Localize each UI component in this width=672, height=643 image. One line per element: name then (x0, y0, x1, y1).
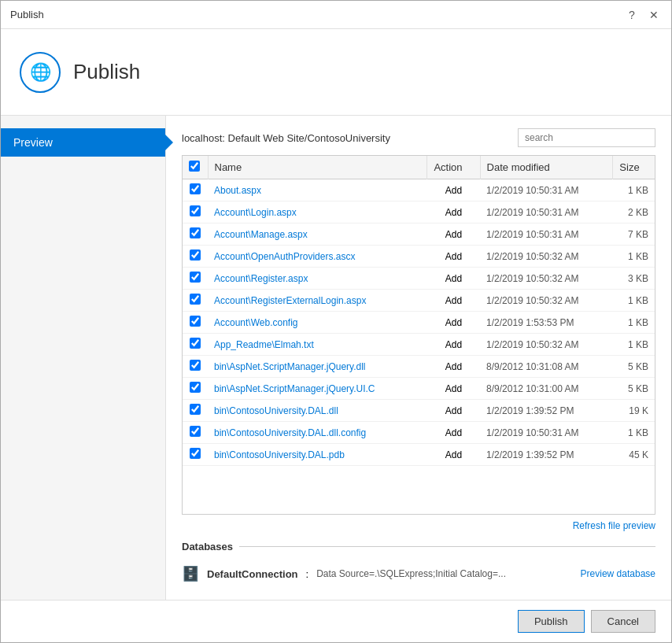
row-checkbox-cell (183, 422, 208, 444)
file-size: 5 KB (613, 378, 655, 400)
main-panel: localhost: Default Web Site/ContosoUnive… (166, 116, 671, 600)
header-checkbox-col (183, 156, 208, 179)
file-date: 1/2/2019 1:53:53 PM (480, 312, 613, 334)
row-checkbox-cell (183, 268, 208, 290)
row-checkbox-cell (183, 356, 208, 378)
search-input[interactable] (518, 128, 655, 147)
file-action: Add (427, 444, 480, 466)
file-action: Add (427, 312, 480, 334)
table-header-row: Name Action Date modified Size (183, 156, 655, 179)
file-checkbox-12[interactable] (190, 448, 201, 459)
file-table-body: About.aspx Add 1/2/2019 10:50:31 AM 1 KB… (183, 179, 655, 466)
file-checkbox-2[interactable] (190, 227, 201, 238)
sidebar-preview-label: Preview (13, 136, 53, 149)
header-action: Action (427, 156, 480, 179)
file-checkbox-1[interactable] (190, 205, 201, 216)
file-name: Account\Manage.aspx (208, 224, 427, 246)
help-button[interactable]: ? (624, 7, 640, 23)
select-all-checkbox[interactable] (189, 161, 200, 172)
file-table-wrapper: Name Action Date modified Size About.asp… (182, 155, 655, 515)
file-name: bin\ContosoUniversity.DAL.dll (208, 400, 427, 422)
dialog-title: Publish (10, 9, 44, 20)
content-area: Preview localhost: Default Web Site/Cont… (1, 116, 671, 600)
preview-database-link[interactable]: Preview database (581, 568, 655, 579)
file-name: bin\ContosoUniversity.DAL.pdb (208, 444, 427, 466)
table-row: About.aspx Add 1/2/2019 10:50:31 AM 1 KB (183, 179, 655, 201)
file-checkbox-11[interactable] (190, 426, 201, 437)
file-checkbox-8[interactable] (190, 360, 201, 371)
row-checkbox-cell (183, 312, 208, 334)
file-table: Name Action Date modified Size About.asp… (183, 156, 655, 466)
publish-button[interactable]: Publish (518, 610, 585, 633)
close-button[interactable]: ✕ (646, 7, 662, 23)
header-title: Publish (73, 60, 140, 84)
file-date: 1/2/2019 10:50:32 AM (480, 268, 613, 290)
db-connection-string: Data Source=.\SQLExpress;Initial Catalog… (316, 568, 506, 579)
file-name: Account\Web.config (208, 312, 427, 334)
file-size: 1 KB (613, 179, 655, 201)
location-text: localhost: Default Web Site/ContosoUnive… (182, 132, 390, 144)
file-name: bin\AspNet.ScriptManager.jQuery.dll (208, 356, 427, 378)
file-date: 1/2/2019 1:39:52 PM (480, 444, 613, 466)
refresh-file-preview-link[interactable]: Refresh file preview (573, 520, 655, 531)
file-action: Add (427, 224, 480, 246)
table-row: bin\ContosoUniversity.DAL.pdb Add 1/2/20… (183, 444, 655, 466)
database-row: 🗄️ DefaultConnection : Data Source=.\SQL… (182, 560, 655, 587)
table-row: Account\Web.config Add 1/2/2019 1:53:53 … (183, 312, 655, 334)
row-checkbox-cell (183, 444, 208, 466)
databases-title: Databases (182, 541, 655, 552)
file-action: Add (427, 334, 480, 356)
row-checkbox-cell (183, 334, 208, 356)
file-action: Add (427, 356, 480, 378)
sidebar-item-preview[interactable]: Preview (1, 128, 165, 157)
title-bar: Publish ? ✕ (1, 1, 671, 29)
file-action: Add (427, 422, 480, 444)
file-name: bin\AspNet.ScriptManager.jQuery.UI.C (208, 378, 427, 400)
file-checkbox-3[interactable] (190, 249, 201, 261)
file-name: Account\Register.aspx (208, 268, 427, 290)
row-checkbox-cell (183, 246, 208, 268)
file-checkbox-6[interactable] (190, 316, 201, 327)
file-date: 1/2/2019 10:50:31 AM (480, 201, 613, 224)
database-icon: 🗄️ (182, 565, 199, 582)
file-action: Add (427, 378, 480, 400)
file-date: 1/2/2019 10:50:32 AM (480, 246, 613, 268)
table-row: bin\ContosoUniversity.DAL.dll Add 1/2/20… (183, 400, 655, 422)
file-size: 1 KB (613, 246, 655, 268)
file-size: 45 K (613, 444, 655, 466)
file-size: 5 KB (613, 356, 655, 378)
file-date: 8/9/2012 10:31:08 AM (480, 356, 613, 378)
file-size: 2 KB (613, 201, 655, 224)
publish-icon: 🌐 (20, 52, 61, 93)
footer: Publish Cancel (1, 600, 671, 642)
table-row: bin\AspNet.ScriptManager.jQuery.dll Add … (183, 356, 655, 378)
table-row: Account\RegisterExternalLogin.aspx Add 1… (183, 290, 655, 312)
file-checkbox-4[interactable] (190, 272, 201, 283)
file-name: App_Readme\Elmah.txt (208, 334, 427, 356)
file-size: 1 KB (613, 334, 655, 356)
file-checkbox-7[interactable] (190, 338, 201, 349)
file-checkbox-5[interactable] (190, 294, 201, 305)
file-size: 3 KB (613, 268, 655, 290)
file-size: 1 KB (613, 312, 655, 334)
file-name: Account\Login.aspx (208, 201, 427, 224)
title-bar-buttons: ? ✕ (624, 7, 662, 23)
table-row: Account\OpenAuthProviders.ascx Add 1/2/2… (183, 246, 655, 268)
file-action: Add (427, 400, 480, 422)
db-connection-name: DefaultConnection (207, 568, 298, 580)
file-size: 1 KB (613, 422, 655, 444)
file-checkbox-0[interactable] (190, 183, 201, 194)
row-checkbox-cell (183, 290, 208, 312)
file-date: 1/2/2019 10:50:32 AM (480, 334, 613, 356)
file-checkbox-9[interactable] (190, 382, 201, 393)
db-colon: : (306, 568, 309, 580)
file-date: 1/2/2019 10:50:31 AM (480, 224, 613, 246)
table-row: bin\ContosoUniversity.DAL.dll.config Add… (183, 422, 655, 444)
row-checkbox-cell (183, 400, 208, 422)
file-size: 7 KB (613, 224, 655, 246)
cancel-button[interactable]: Cancel (591, 610, 655, 633)
file-action: Add (427, 290, 480, 312)
sidebar: Preview (1, 116, 166, 600)
table-row: Account\Login.aspx Add 1/2/2019 10:50:31… (183, 201, 655, 224)
file-checkbox-10[interactable] (190, 404, 201, 415)
